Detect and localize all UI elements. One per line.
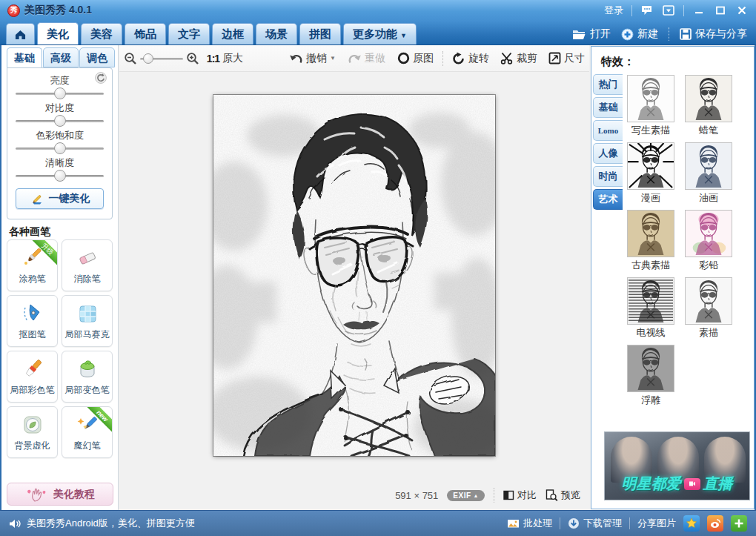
reset-icon[interactable] [95, 72, 107, 87]
contrast-slider[interactable] [16, 114, 104, 128]
zoom-in-icon[interactable] [186, 52, 199, 65]
eraser-pen-button[interactable]: 消除笔 [62, 239, 113, 291]
feedback-icon[interactable] [640, 4, 654, 17]
login-link[interactable]: 登录 [604, 4, 623, 17]
main-nav: 美化 美容 饰品 文字 边框 场景 拼图 更多功能▼ 打开 新建 保存与分享 [0, 21, 756, 45]
status-message: 美图秀秀Android版，美化、拼图更方便 [27, 517, 195, 530]
tab-tone[interactable]: 调色 [79, 47, 115, 67]
doodle-pen-button[interactable]: 涂鸦笔 升级 [7, 239, 58, 291]
one-key-beautify-button[interactable]: 一键美化 [16, 188, 104, 209]
effect-colored-pencil[interactable]: 彩铅 [685, 210, 732, 271]
new-button[interactable]: 新建 [621, 27, 658, 41]
undo-button[interactable]: 撤销 ▼ [289, 52, 336, 65]
effect-crayon[interactable]: 蜡笔 [685, 75, 732, 136]
sharpness-group: 清晰度 [14, 157, 105, 183]
window-title: 美图秀秀 4.0.1 [24, 4, 92, 17]
nav-tab-decorate[interactable]: 饰品 [125, 23, 166, 44]
background-blur-button[interactable]: 背景虚化 [7, 406, 58, 458]
saturation-group: 色彩饱和度 [14, 130, 105, 156]
undo-dropdown-caret[interactable]: ▼ [330, 55, 336, 62]
nav-tab-scene[interactable]: 场景 [256, 23, 297, 44]
redo-button[interactable]: 重做 [348, 52, 385, 65]
saturation-slider[interactable] [16, 142, 104, 156]
effect-tv-lines[interactable]: 电视线 [627, 277, 674, 338]
nav-tab-text[interactable]: 文字 [168, 23, 210, 44]
qzone-icon[interactable] [683, 515, 700, 532]
slider-thumb[interactable] [54, 87, 66, 99]
local-mosaic-button[interactable]: 局部马赛克 [62, 295, 113, 347]
open-button[interactable]: 打开 [572, 27, 611, 41]
nav-tab-more[interactable]: 更多功能▼ [343, 23, 417, 44]
effect-manga[interactable]: 漫画 [627, 142, 674, 203]
crop-button[interactable]: 裁剪 [500, 52, 537, 65]
cutout-pen-button[interactable]: 抠图笔 [7, 295, 58, 347]
category-lomo[interactable]: Lomo [593, 120, 623, 141]
zoom-slider[interactable] [140, 53, 183, 64]
maximize-button[interactable] [714, 4, 727, 17]
statusbar-separator [560, 517, 560, 529]
compare-icon [503, 490, 514, 500]
contrast-group: 对比度 [14, 102, 105, 128]
effects-panel: 特效： 热门 基础 Lomo 人像 时尚 艺术 写生素描 蜡笔 [591, 46, 755, 509]
compare-button[interactable]: 对比 [503, 489, 537, 502]
category-hot[interactable]: 热门 [593, 74, 623, 95]
effect-sketch[interactable]: 素描 [685, 277, 732, 338]
plus-circle-icon [621, 28, 634, 41]
view-original-button[interactable]: 原图 [397, 52, 434, 65]
exif-badge[interactable]: EXIF▲ [447, 490, 485, 501]
local-color-pen-button[interactable]: 局部彩色笔 [7, 351, 58, 403]
local-recolor-pen-button[interactable]: 局部变色笔 [62, 351, 113, 403]
magic-pen-button[interactable]: 魔幻笔 new [62, 406, 113, 458]
effect-oil-painting[interactable]: 油画 [685, 142, 732, 203]
image-dimensions: 591 × 751 [395, 490, 438, 501]
effect-classical-sketch[interactable]: 古典素描 [627, 210, 674, 271]
image-info-row: 591 × 751 EXIF▲ 对比 预览 [395, 488, 580, 503]
slider-thumb[interactable] [54, 170, 66, 182]
zoom-original-button[interactable]: 原大 [222, 52, 243, 65]
sketch-portrait [213, 95, 495, 456]
nav-tab-beautify[interactable]: 美化 [37, 22, 79, 44]
tutorial-button[interactable]: 美化教程 [7, 483, 113, 506]
preview-button[interactable]: 预览 [546, 489, 580, 502]
category-fashion[interactable]: 时尚 [593, 166, 623, 187]
add-app-icon[interactable] [731, 515, 747, 532]
weibo-icon[interactable] [707, 515, 723, 532]
sliders-box: 亮度 对比度 色彩饱和度 清晰度 一键美化 [7, 67, 113, 219]
close-button[interactable] [735, 4, 749, 17]
resize-button[interactable]: 尺寸 [548, 52, 585, 65]
category-portrait[interactable]: 人像 [593, 143, 623, 164]
statusbar-separator [629, 517, 630, 529]
canvas-image [213, 95, 495, 456]
rotate-button[interactable]: 旋转 [452, 52, 489, 65]
speaker-icon [9, 518, 21, 529]
sharpness-slider[interactable] [16, 169, 104, 183]
app-window: 秀 美图秀秀 4.0.1 登录 美化 [0, 0, 756, 536]
tab-advanced[interactable]: 高级 [43, 47, 79, 67]
zoom-ratio-button[interactable]: 1:1 [207, 53, 219, 64]
nav-tab-home[interactable] [6, 23, 35, 44]
ad-banner[interactable]: 明星都爱 直播 [604, 431, 750, 500]
nav-tab-collage[interactable]: 拼图 [299, 23, 341, 44]
circle-icon [397, 52, 410, 64]
info-separator [494, 488, 494, 503]
slider-thumb[interactable] [54, 142, 66, 154]
nav-tab-cosmetic[interactable]: 美容 [81, 23, 122, 44]
minimize-button[interactable] [692, 4, 706, 17]
share-images-button[interactable]: 分享图片 [637, 517, 676, 530]
category-basic[interactable]: 基础 [593, 97, 623, 118]
effect-sketch-drawing[interactable]: 写生素描 [627, 75, 674, 136]
zoom-out-icon[interactable] [124, 52, 137, 65]
tab-basic[interactable]: 基础 [7, 47, 42, 68]
brightness-slider[interactable] [16, 87, 104, 101]
save-share-button[interactable]: 保存与分享 [680, 27, 747, 41]
batch-process-button[interactable]: 批处理 [507, 517, 552, 530]
slider-thumb[interactable] [54, 115, 66, 127]
nav-tab-frame[interactable]: 边框 [212, 23, 253, 44]
canvas-area: 1:1 原大 撤销 ▼ 重做 原图 旋转 [119, 45, 589, 510]
category-art[interactable]: 艺术 [593, 189, 623, 210]
hand-hearts-icon [25, 486, 47, 503]
effect-emboss[interactable]: 浮雕 [627, 345, 674, 406]
zoom-slider-thumb[interactable] [143, 53, 153, 64]
download-manager-button[interactable]: 下载管理 [568, 517, 622, 530]
skin-switch-icon[interactable] [662, 4, 675, 17]
